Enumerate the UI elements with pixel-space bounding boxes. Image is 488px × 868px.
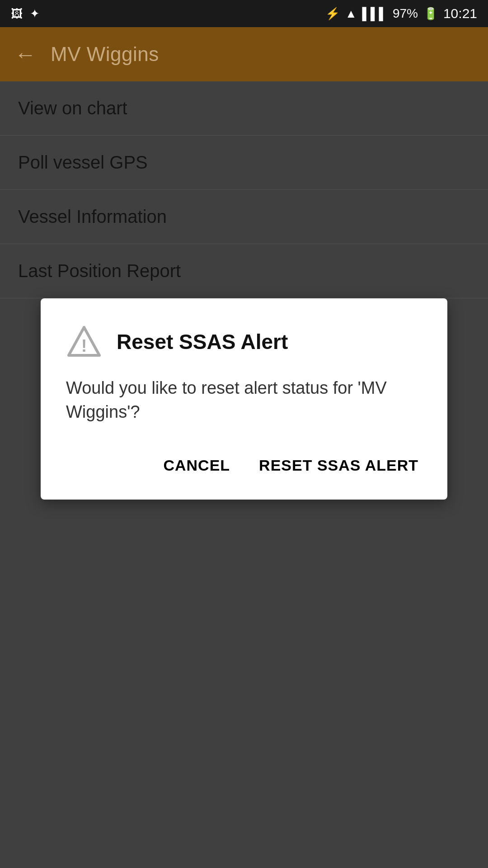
- dialog-message: Would you like to reset alert status for…: [66, 376, 422, 424]
- dialog-buttons: CANCEL RESET SSAS ALERT: [66, 449, 422, 481]
- signal-icon: ▌▌▌: [362, 7, 387, 21]
- status-bar-left-icons: 🖼 ✦: [11, 7, 40, 21]
- dialog-overlay: ! Reset SSAS Alert Would you like to res…: [0, 81, 488, 868]
- status-time: 10:21: [443, 6, 477, 21]
- warning-triangle-icon: !: [66, 324, 102, 360]
- status-bar-right-icons: ⚡ ▲ ▌▌▌ 97% 🔋 10:21: [325, 6, 477, 21]
- bluetooth-icon: ⚡: [325, 7, 340, 21]
- dialog-header: ! Reset SSAS Alert: [66, 324, 422, 360]
- status-bar: 🖼 ✦ ⚡ ▲ ▌▌▌ 97% 🔋 10:21: [0, 0, 488, 27]
- dialog-title: Reset SSAS Alert: [117, 330, 288, 354]
- reset-ssas-alert-button[interactable]: RESET SSAS ALERT: [255, 449, 422, 481]
- battery-percentage: 97%: [393, 6, 418, 21]
- image-icon: 🖼: [11, 7, 23, 21]
- wifi-icon: ▲: [345, 7, 357, 21]
- app-bar-title: MV Wiggins: [51, 43, 159, 66]
- battery-icon: 🔋: [423, 7, 438, 21]
- cancel-button[interactable]: CANCEL: [160, 449, 234, 481]
- reset-ssas-dialog: ! Reset SSAS Alert Would you like to res…: [41, 298, 447, 500]
- svg-text:!: !: [81, 336, 87, 355]
- slack-icon: ✦: [30, 7, 40, 21]
- back-button[interactable]: ←: [14, 42, 36, 67]
- app-bar: ← MV Wiggins: [0, 27, 488, 81]
- background-content: View on chart Poll vessel GPS Vessel Inf…: [0, 81, 488, 868]
